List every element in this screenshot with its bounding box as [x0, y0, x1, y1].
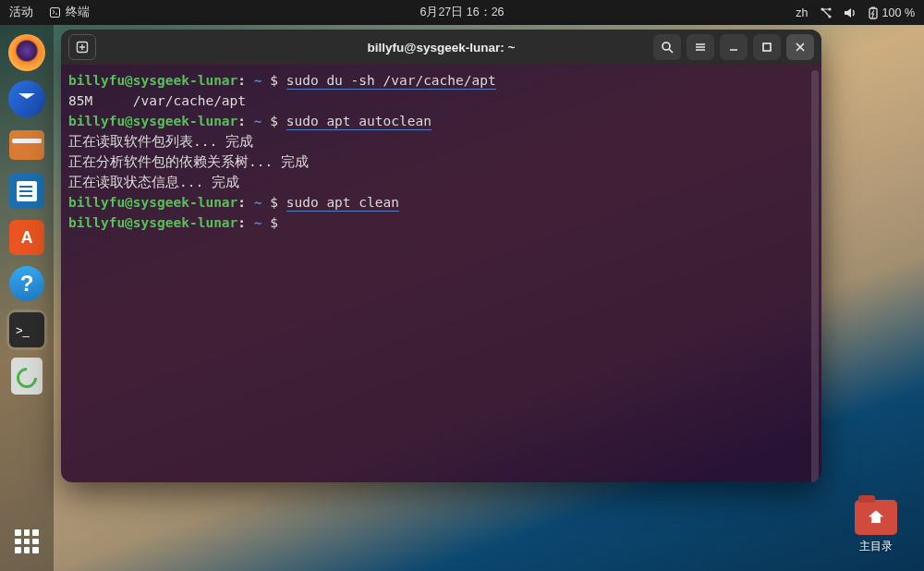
prompt-path: ~: [254, 195, 262, 210]
dock: ? >_: [0, 25, 54, 571]
terminal-scrollbar[interactable]: [811, 70, 819, 482]
focused-app-indicator[interactable]: 终端: [50, 5, 90, 20]
dock-item-trash[interactable]: [6, 356, 47, 396]
minimize-button[interactable]: [720, 34, 748, 60]
writer-icon: [9, 174, 44, 209]
apps-grid-icon: [15, 529, 39, 553]
menu-button[interactable]: [687, 34, 714, 60]
volume-icon[interactable]: [844, 6, 857, 19]
terminal-line: 正在分析软件包的依赖关系树... 完成: [68, 152, 814, 172]
software-icon: [9, 220, 44, 255]
scrollbar-thumb[interactable]: [811, 70, 819, 482]
terminal-line: billyfu@sysgeek-lunar: ~ $: [68, 213, 814, 233]
prompt-user-host: billyfu@sysgeek-lunar: [68, 215, 237, 230]
dock-item-files[interactable]: [6, 125, 47, 165]
firefox-icon: [8, 34, 45, 71]
terminal-line: billyfu@sysgeek-lunar: ~ $ sudo apt auto…: [68, 111, 814, 131]
prompt-path: ~: [254, 215, 262, 230]
prompt-command: sudo apt clean: [286, 195, 399, 212]
top-bar: 活动 终端 6月27日 16：26 zh 100 %: [0, 0, 924, 25]
dock-item-writer[interactable]: [6, 171, 47, 212]
terminal-line: 正在读取软件包列表... 完成: [68, 131, 814, 152]
dock-item-thunderbird[interactable]: [6, 79, 47, 119]
show-applications-button[interactable]: [6, 521, 47, 562]
new-tab-button[interactable]: [68, 34, 96, 60]
prompt-user-host: billyfu@sysgeek-lunar: [68, 73, 237, 88]
terminal-line: 正在读取状态信息... 完成: [68, 172, 814, 192]
prompt-path: ~: [254, 114, 262, 128]
terminal-titlebar[interactable]: billyfu@sysgeek-lunar: ~: [61, 30, 821, 65]
dock-item-terminal[interactable]: >_: [6, 310, 47, 350]
terminal-menu-icon: [50, 7, 60, 18]
close-button[interactable]: [786, 34, 814, 60]
focused-app-label: 终端: [66, 5, 90, 20]
prompt-user-host: billyfu@sysgeek-lunar: [68, 195, 237, 210]
terminal-title: billyfu@sysgeek-lunar: ~: [368, 41, 516, 55]
prompt-path: ~: [254, 73, 262, 88]
prompt-user-host: billyfu@sysgeek-lunar: [68, 114, 237, 128]
home-folder-label: 主目录: [848, 539, 904, 554]
clock[interactable]: 6月27日 16：26: [419, 5, 504, 20]
terminal-icon: >_: [9, 312, 44, 347]
activities-button[interactable]: 活动: [9, 5, 33, 20]
terminal-window: billyfu@sysgeek-lunar: ~ billyfu@sysgeek…: [61, 30, 821, 482]
terminal-body[interactable]: billyfu@sysgeek-lunar: ~ $ sudo du -sh /…: [61, 65, 821, 482]
svg-point-6: [663, 43, 670, 50]
terminal-line: 85M /var/cache/apt: [68, 91, 814, 111]
svg-rect-7: [763, 43, 771, 51]
prompt-command: sudo du -sh /var/cache/apt: [286, 73, 496, 90]
network-icon[interactable]: [820, 6, 833, 19]
terminal-line: billyfu@sysgeek-lunar: ~ $ sudo apt clea…: [68, 192, 814, 213]
dock-item-help[interactable]: ?: [6, 263, 47, 304]
terminal-line: billyfu@sysgeek-lunar: ~ $ sudo du -sh /…: [68, 70, 814, 91]
trash-icon: [11, 358, 43, 395]
battery-indicator[interactable]: 100 %: [868, 6, 915, 19]
input-language[interactable]: zh: [796, 6, 808, 19]
svg-rect-4: [871, 6, 875, 8]
battery-percent: 100 %: [882, 6, 915, 19]
maximize-button[interactable]: [753, 34, 781, 60]
prompt-command: sudo apt autoclean: [286, 114, 432, 130]
help-icon: ?: [9, 266, 44, 301]
dock-item-software[interactable]: [6, 217, 47, 258]
search-button[interactable]: [653, 34, 681, 60]
thunderbird-icon: [8, 80, 45, 117]
dock-item-firefox[interactable]: [6, 32, 47, 73]
home-folder-icon: [855, 500, 897, 535]
files-icon: [9, 130, 44, 160]
desktop-home-folder[interactable]: 主目录: [848, 500, 904, 554]
